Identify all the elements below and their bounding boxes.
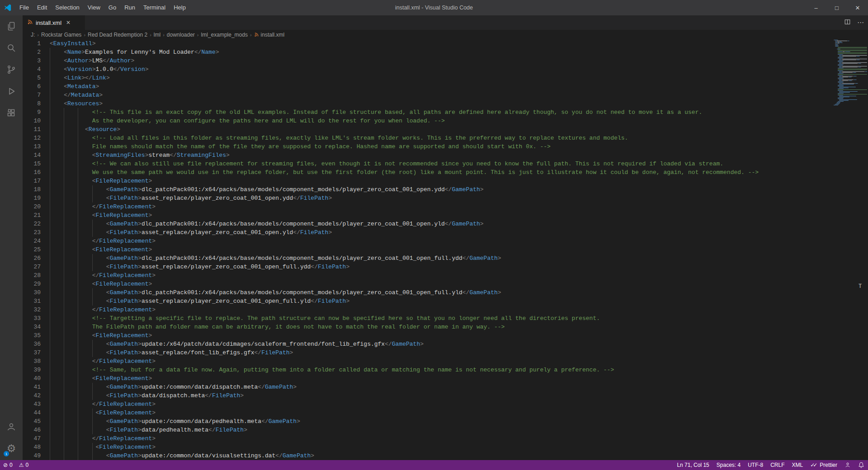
vscode-window: { "colors":{ "titleBarBg":"#38383a","act… <box>0 0 868 470</box>
close-button[interactable]: ✕ <box>847 0 868 15</box>
minimap-line <box>852 80 852 81</box>
status-item-formatter[interactable]: ✓✓Prettier <box>807 460 841 470</box>
menu-item-terminal[interactable]: Terminal <box>139 0 170 15</box>
maximize-button[interactable]: □ <box>826 0 847 15</box>
person-icon <box>844 462 851 468</box>
status-item-notifications[interactable] <box>854 460 868 470</box>
code-text: <!-- Load all files in this folder as st… <box>50 134 628 142</box>
minimap-line <box>861 63 861 64</box>
line-number: 16 <box>23 168 41 177</box>
status-item-eol[interactable]: CRLF <box>767 460 788 470</box>
line-number: 34 <box>23 323 41 331</box>
minimap-line <box>834 105 838 105</box>
code-line: 22 <GamePath>dlc_patchPack001:/x64/packs… <box>23 220 868 228</box>
line-number: 4 <box>23 65 41 74</box>
code-line: 46 <FilePath>data/pedhealth.meta</FilePa… <box>23 426 868 434</box>
status-item-indentation[interactable]: Spaces: 4 <box>713 460 744 470</box>
editor-content[interactable]: 1<EasyInstall>2 <Name>Examples for Lenny… <box>23 39 868 460</box>
menu-item-run[interactable]: Run <box>120 0 139 15</box>
breadcrumb-separator-icon: › <box>197 32 199 38</box>
run-and-debug-icon[interactable] <box>0 80 23 102</box>
code-line: 10 As the developer, you can configure t… <box>23 117 868 125</box>
vscode-logo-icon <box>0 4 15 12</box>
code-text: <FileReplacement> <box>50 331 152 340</box>
line-number: 44 <box>23 409 41 417</box>
tab-install-xml[interactable]: install.xml ✕ <box>23 15 85 30</box>
code-text: <GamePath>dlc_patchPack001:/x64/packs/ba… <box>50 220 484 228</box>
line-number: 7 <box>23 91 41 99</box>
code-line: 36 <GamePath>update:/x64/patch/data/cdim… <box>23 340 868 348</box>
source-control-icon[interactable] <box>0 59 23 80</box>
breadcrumb-item[interactable]: lml <box>154 32 160 38</box>
code-line: 23 <FilePath>asset_replace/player_zero_c… <box>23 228 868 237</box>
window-controls: – □ ✕ <box>806 0 868 15</box>
breadcrumb-item[interactable]: downloader <box>167 32 195 38</box>
line-number: 32 <box>23 306 41 314</box>
code-line: 31 <FilePath>asset_replace/player_zero_c… <box>23 297 868 306</box>
code-text: <EasyInstall> <box>50 39 95 48</box>
line-number: 46 <box>23 426 41 434</box>
code-line: 25 <FileReplacement> <box>23 245 868 254</box>
breadcrumb-item[interactable]: Rockstar Games <box>41 32 81 38</box>
status-item-errors[interactable]: ⊘0 <box>0 460 16 470</box>
menu-item-help[interactable]: Help <box>170 0 190 15</box>
code-text: </FileReplacement> <box>50 306 156 314</box>
minimap-line <box>849 77 851 77</box>
line-number: 27 <box>23 263 41 271</box>
code-text: </FileReplacement> <box>50 357 156 366</box>
line-number: 10 <box>23 117 41 125</box>
minimap-line <box>842 63 858 64</box>
settings-gear-icon[interactable]: ⚙ 1 <box>0 437 23 459</box>
double-check-icon: ✓✓ <box>810 462 816 468</box>
accounts-icon[interactable] <box>0 416 23 437</box>
split-editor-icon[interactable] <box>844 19 851 27</box>
line-number: 30 <box>23 288 41 297</box>
code-line: 2 <Name>Examples for Lenny's Mod Loader<… <box>23 48 868 56</box>
code-text: <GamePath>update:/common/data/dispatch.m… <box>50 383 297 391</box>
status-item-warnings[interactable]: ⚠0 <box>16 460 32 470</box>
breadcrumb-item[interactable]: lml_example_mods <box>201 32 248 38</box>
status-item-language-mode[interactable]: XML <box>788 460 807 470</box>
status-item-feedback[interactable] <box>841 460 854 470</box>
line-number: 8 <box>23 99 41 108</box>
breadcrumb-item-file[interactable]: install.xml <box>254 32 285 38</box>
line-number: 15 <box>23 160 41 168</box>
code-text: We use the same path we would use in the… <box>50 168 759 177</box>
code-text: The FilePath path and folder name can be… <box>50 323 505 331</box>
minimize-button[interactable]: – <box>806 0 826 15</box>
status-item-encoding[interactable]: UTF-8 <box>744 460 767 470</box>
code-text: File names should match the name of the … <box>50 142 551 151</box>
menu-item-file[interactable]: File <box>15 0 33 15</box>
code-text: </Metadata> <box>50 91 103 99</box>
breadcrumb-item[interactable]: J: <box>31 32 35 38</box>
line-number: 20 <box>23 202 41 211</box>
minimap-line <box>842 67 858 67</box>
minimap[interactable] <box>834 40 868 112</box>
explorer-icon[interactable] <box>0 15 23 37</box>
menu-item-edit[interactable]: Edit <box>33 0 51 15</box>
code-text: <!-- Targetting a specific file to repla… <box>50 314 600 323</box>
search-icon[interactable] <box>0 37 23 59</box>
code-text: <FilePath>asset_replace/font_lib_efigs.g… <box>50 348 293 357</box>
line-number: 42 <box>23 391 41 400</box>
code-text: <GamePath>dlc_patchPack001:/x64/packs/ba… <box>50 288 501 297</box>
menu-item-view[interactable]: View <box>84 0 104 15</box>
code-text: <GamePath>update:/common/data/visualsett… <box>50 451 314 460</box>
more-actions-icon[interactable]: ⋯ <box>857 19 864 27</box>
code-line: 3 <Author>LMS</Author> <box>23 56 868 65</box>
menu-item-go[interactable]: Go <box>104 0 120 15</box>
code-text: </FileReplacement> <box>50 434 156 443</box>
minimap-line <box>861 67 861 67</box>
menu-item-selection[interactable]: Selection <box>51 0 83 15</box>
status-item-cursor-position[interactable]: Ln 71, Col 15 <box>673 460 712 470</box>
line-number: 25 <box>23 245 41 254</box>
minimap-line <box>843 57 844 57</box>
code-text: <FileReplacement> <box>50 245 152 254</box>
breadcrumb-item[interactable]: Red Dead Redemption 2 <box>88 32 147 38</box>
code-line: 4 <Version>1.0.0</Version> <box>23 65 868 74</box>
line-number: 48 <box>23 443 41 451</box>
code-text: <StreamingFiles>stream</StreamingFiles> <box>50 151 230 160</box>
code-text: <Resource> <box>50 125 120 134</box>
extensions-icon[interactable] <box>0 102 23 124</box>
tab-close-icon[interactable]: ✕ <box>65 19 71 26</box>
